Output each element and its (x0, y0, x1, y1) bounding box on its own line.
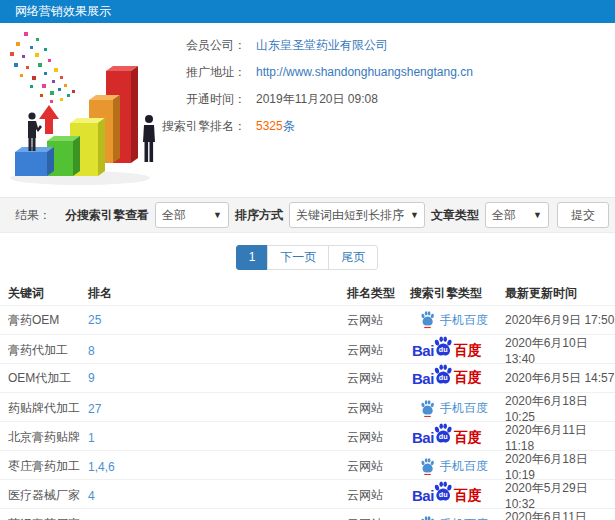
rank-cell[interactable]: 4 (88, 489, 347, 503)
businessman-right (143, 115, 155, 162)
chevron-down-icon: ▼ (533, 210, 542, 220)
updated-cell: 2020年6月18日 10:19 (505, 451, 615, 482)
mobile-baidu-label: 手机百度 (440, 458, 488, 475)
baidu-logo: Baidu百度 (412, 369, 482, 387)
engine-filter-value: 全部 (162, 207, 186, 224)
rank-type-cell: 云网站 (347, 458, 410, 475)
baidu-paw-wrap: du (434, 487, 453, 504)
engine-filter-label: 分搜索引擎查看 (65, 207, 149, 224)
engine-cell: 手机百度 (410, 516, 505, 520)
pagination-last[interactable]: 尾页 (328, 245, 378, 270)
col-rank-type: 排名类型 (347, 285, 410, 302)
updated-cell: 2020年6月11日 11:18 (505, 422, 615, 453)
info-field-value: 2019年11月20日 09:08 (256, 91, 378, 108)
rank-cell[interactable]: 1 (88, 431, 347, 445)
info-row: 搜索引擎排名：5325条 (158, 117, 608, 135)
info-field-value: 5325条 (256, 118, 295, 135)
mobile-baidu-icon (420, 400, 435, 417)
mobile-baidu-icon (420, 311, 435, 328)
svg-text:du: du (439, 432, 448, 441)
submit-button[interactable]: 提交 (557, 202, 609, 228)
info-fields: 会员公司：山东皇圣堂药业有限公司推广地址：http://www.shandong… (158, 36, 608, 144)
updated-cell: 2020年5月29日 10:32 (505, 480, 615, 511)
rank-type-cell: 云网站 (347, 312, 410, 329)
article-type-select[interactable]: 全部▼ (485, 202, 549, 228)
bar-blue (15, 147, 54, 176)
info-field-value[interactable]: http://www.shandonghuangshengtang.cn (256, 65, 473, 79)
updated-cell: 2020年6月11日 11:40 (505, 509, 615, 520)
baidu-logo-cn: 百度 (454, 487, 482, 505)
article-type-value: 全部 (492, 207, 516, 224)
baidu-paw-wrap: du (434, 342, 453, 359)
baidu-logo: Baidu百度 (412, 429, 482, 447)
engine-cell: Baidu百度 (410, 487, 505, 505)
rank-type-cell: 云网站 (347, 429, 410, 446)
baidu-logo-bai: Bai (412, 487, 434, 504)
col-rank: 排名 (88, 285, 347, 302)
article-type-label: 文章类型 (431, 207, 479, 224)
result-label: 结果： (15, 207, 51, 224)
page-title: 网络营销效果展示 (15, 4, 111, 18)
keyword-cell: 菏泽膏药厂家 (8, 516, 88, 520)
ranking-count-suffix: 条 (283, 119, 295, 133)
baidu-paw-wrap: du (434, 429, 453, 446)
baidu-logo-bai: Bai (412, 429, 434, 446)
sort-order-value: 关键词由短到长排序 (296, 207, 404, 224)
updated-cell: 2020年6月9日 17:50 (505, 312, 615, 329)
info-section: 会员公司：山东皇圣堂药业有限公司推广地址：http://www.shandong… (0, 23, 615, 193)
rank-type-cell: 云网站 (347, 400, 410, 417)
pagination-current[interactable]: 1 (236, 245, 269, 270)
mobile-baidu-logo: 手机百度 (420, 311, 488, 328)
engine-filter-select[interactable]: 全部▼ (155, 202, 229, 228)
mobile-baidu-label: 手机百度 (440, 312, 488, 329)
baidu-paw-icon: du (433, 481, 453, 501)
baidu-logo-cn: 百度 (454, 369, 482, 387)
keyword-cell: 枣庄膏药加工 (8, 458, 88, 475)
table-header-row: 关键词 排名 排名类型 搜索引擎类型 最新更新时间 (0, 281, 615, 305)
page-title-bar: 网络营销效果展示 (0, 0, 615, 23)
table-body: 膏药OEM25云网站手机百度2020年6月9日 17:50膏药代加工8云网站Ba… (0, 305, 615, 520)
rank-cell[interactable]: 1,4,6 (88, 460, 347, 474)
pagination-next[interactable]: 下一页 (267, 245, 329, 270)
table-row: 医疗器械厂家4云网站Baidu百度2020年5月29日 10:32 (0, 479, 615, 508)
rank-type-cell: 云网站 (347, 487, 410, 504)
table-row: 枣庄膏药加工1,4,6云网站手机百度2020年6月18日 10:19 (0, 450, 615, 479)
col-keyword: 关键词 (8, 285, 88, 302)
filter-controls: 分搜索引擎查看全部▼排序方式关键词由短到长排序▼文章类型全部▼提交 (59, 202, 609, 228)
confetti-dots (10, 32, 75, 103)
rank-cell[interactable]: 9 (88, 371, 347, 385)
baidu-paw-icon (420, 458, 435, 475)
keyword-cell: 医疗器械厂家 (8, 487, 88, 504)
baidu-logo-cn: 百度 (454, 342, 482, 360)
baidu-logo-bai: Bai (412, 342, 434, 359)
svg-text:du: du (439, 373, 448, 382)
baidu-paw-icon: du (433, 336, 453, 356)
sort-order-select[interactable]: 关键词由短到长排序▼ (289, 202, 425, 228)
baidu-paw-icon (420, 400, 435, 417)
updated-cell: 2020年6月18日 10:25 (505, 393, 615, 424)
table-row: 药贴牌代加工27云网站手机百度2020年6月18日 10:25 (0, 392, 615, 421)
info-field-label: 搜索引擎排名： (158, 118, 246, 135)
engine-cell: Baidu百度 (410, 369, 505, 387)
rank-cell[interactable]: 8 (88, 344, 347, 358)
sort-order-label: 排序方式 (235, 207, 283, 224)
rank-type-cell: 云网站 (347, 516, 410, 520)
engine-cell: Baidu百度 (410, 342, 505, 360)
baidu-logo-cn: 百度 (454, 429, 482, 447)
engine-cell: Baidu百度 (410, 429, 505, 447)
info-row: 开通时间：2019年11月20日 09:08 (158, 90, 608, 108)
baidu-paw-icon (420, 516, 435, 520)
keyword-cell: 北京膏药贴牌 (8, 429, 88, 446)
svg-text:du: du (439, 345, 448, 354)
pagination: 1 下一页 尾页 (0, 233, 615, 281)
mobile-baidu-label: 手机百度 (440, 400, 488, 417)
info-row: 推广地址：http://www.shandonghuangshengtang.c… (158, 63, 608, 81)
rank-cell[interactable]: 25 (88, 313, 347, 327)
info-field-value[interactable]: 山东皇圣堂药业有限公司 (256, 37, 388, 54)
mobile-baidu-logo: 手机百度 (420, 516, 488, 520)
filter-bar: 结果： 分搜索引擎查看全部▼排序方式关键词由短到长排序▼文章类型全部▼提交 (0, 197, 615, 233)
baidu-logo: Baidu百度 (412, 342, 482, 360)
rank-cell[interactable]: 27 (88, 402, 347, 416)
engine-cell: 手机百度 (410, 400, 505, 417)
col-updated: 最新更新时间 (505, 285, 615, 302)
